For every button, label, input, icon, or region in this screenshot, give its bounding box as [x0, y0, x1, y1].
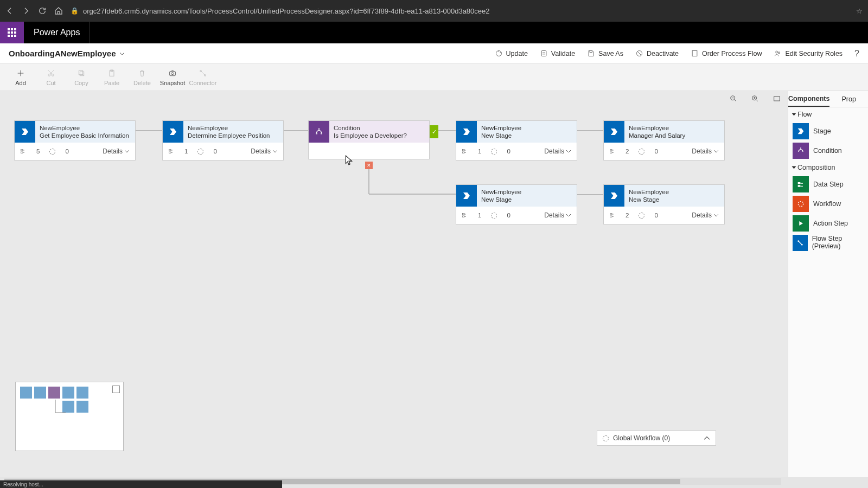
app-title[interactable]: Power Apps [24, 22, 90, 43]
validate-button[interactable]: Validate [540, 49, 575, 57]
back-icon[interactable] [5, 7, 14, 15]
toolbar: Add Cut Copy Paste Delete Snapshot Conne… [0, 64, 868, 91]
svg-point-5 [778, 52, 780, 54]
tab-properties[interactable]: Prop [829, 91, 868, 107]
component-condition[interactable]: Condition [788, 141, 868, 160]
svg-point-38 [798, 201, 803, 206]
svg-rect-18 [774, 97, 780, 101]
stage-node[interactable]: NewEmployeeDetermine Employee Position 1… [162, 120, 284, 160]
command-bar: OnboardingANewEmployee Update Validate S… [0, 43, 868, 64]
status-bar: Resolving host... [0, 480, 282, 488]
zoom-out-icon[interactable] [729, 94, 738, 103]
delete-button[interactable]: Delete [127, 69, 157, 86]
add-button[interactable]: Add [5, 69, 36, 86]
svg-rect-3 [692, 51, 697, 56]
components-panel: Components Prop Flow Stage Condition Com… [788, 91, 868, 477]
paste-button[interactable]: Paste [97, 69, 127, 86]
component-stage[interactable]: Stage [788, 121, 868, 141]
reload-icon[interactable] [38, 7, 47, 15]
lock-icon: 🔒 [71, 7, 79, 15]
details-toggle[interactable]: Details [692, 147, 719, 155]
stage-node[interactable]: NewEmployeeNew Stage 10Details [456, 120, 577, 160]
details-toggle[interactable]: Details [251, 147, 278, 155]
branch-yes-icon [430, 125, 438, 138]
svg-rect-33 [463, 216, 465, 217]
forward-icon[interactable] [22, 7, 30, 15]
minimap[interactable] [15, 382, 124, 451]
action-step-icon [793, 215, 809, 232]
details-toggle[interactable]: Details [544, 211, 571, 219]
condition-node[interactable]: ConditionIs Employee a Developer? [308, 120, 430, 159]
update-button[interactable]: Update [495, 49, 528, 57]
svg-rect-9 [79, 70, 82, 74]
flow-step-icon [793, 235, 808, 251]
svg-rect-32 [463, 214, 465, 215]
help-icon[interactable]: ? [854, 49, 859, 59]
details-toggle[interactable]: Details [103, 147, 130, 155]
svg-rect-1 [541, 51, 546, 56]
svg-rect-37 [798, 185, 801, 187]
svg-rect-26 [169, 150, 171, 151]
home-icon[interactable] [54, 7, 63, 15]
details-toggle[interactable]: Details [544, 147, 571, 155]
data-step-icon [793, 176, 809, 192]
stage-icon [456, 121, 477, 143]
svg-point-13 [171, 72, 174, 74]
order-process-flow-button[interactable]: Order Process Flow [691, 49, 762, 57]
svg-rect-34 [610, 214, 612, 215]
fit-to-screen-icon[interactable] [773, 94, 781, 103]
workflow-icon [603, 435, 609, 441]
app-header: Power Apps [0, 22, 868, 43]
stage-node[interactable]: NewEmployeeManager And Salary 20Details [603, 120, 725, 160]
stage-icon [793, 123, 809, 139]
process-name[interactable]: OnboardingANewEmployee [9, 49, 116, 58]
svg-rect-36 [798, 182, 801, 184]
svg-rect-12 [170, 71, 176, 75]
stage-icon [604, 121, 624, 143]
condition-icon [309, 121, 329, 143]
snapshot-button[interactable]: Snapshot [157, 69, 188, 86]
zoom-in-icon[interactable] [751, 94, 760, 103]
component-flow-step[interactable]: Flow Step (Preview) [788, 233, 868, 253]
branch-no-icon [365, 162, 373, 169]
global-workflow-bar[interactable]: Global Workflow (0) [597, 431, 716, 446]
cut-button[interactable]: Cut [36, 69, 66, 86]
copy-button[interactable]: Copy [66, 69, 97, 86]
component-data-step[interactable]: Data Step [788, 175, 868, 194]
svg-rect-25 [21, 152, 23, 153]
connector-button[interactable]: Connector [188, 69, 218, 86]
workflow-icon [793, 196, 809, 212]
canvas[interactable]: NewEmployeeGet Employee Basic Informatio… [0, 91, 788, 477]
stage-node[interactable]: NewEmployeeGet Employee Basic Informatio… [14, 120, 136, 160]
tab-components[interactable]: Components [788, 91, 829, 107]
save-as-button[interactable]: Save As [587, 49, 623, 57]
waffle-icon [8, 28, 16, 37]
chevron-down-icon[interactable] [119, 51, 125, 56]
stage-icon [163, 121, 183, 143]
deactivate-button[interactable]: Deactivate [635, 49, 679, 57]
component-action-step[interactable]: Action Step [788, 214, 868, 233]
composition-section-header[interactable]: Composition [788, 160, 868, 175]
svg-rect-31 [610, 152, 612, 153]
svg-rect-28 [463, 150, 465, 151]
svg-rect-35 [610, 216, 612, 217]
svg-rect-24 [21, 150, 23, 151]
chevron-up-icon [704, 435, 710, 441]
details-toggle[interactable]: Details [692, 211, 719, 219]
stage-node[interactable]: NewEmployeeNew Stage 10Details [456, 184, 577, 224]
svg-rect-27 [169, 152, 171, 153]
svg-point-4 [776, 51, 778, 53]
svg-rect-29 [463, 152, 465, 153]
browser-chrome: 🔒 orgc27fdeb6.crm5.dynamics.com/Tools/Pr… [0, 0, 868, 22]
edit-security-roles-button[interactable]: Edit Security Roles [774, 49, 843, 57]
app-launcher[interactable] [0, 22, 24, 43]
bookmark-icon[interactable]: ☆ [856, 7, 863, 15]
svg-rect-30 [610, 150, 612, 151]
condition-icon [793, 143, 809, 159]
component-workflow[interactable]: Workflow [788, 194, 868, 214]
stage-icon [456, 185, 477, 207]
stage-icon [604, 185, 624, 207]
expand-minimap-icon[interactable] [112, 386, 120, 393]
flow-section-header[interactable]: Flow [788, 107, 868, 121]
stage-node[interactable]: NewEmployeeNew Stage 20Details [603, 184, 725, 224]
